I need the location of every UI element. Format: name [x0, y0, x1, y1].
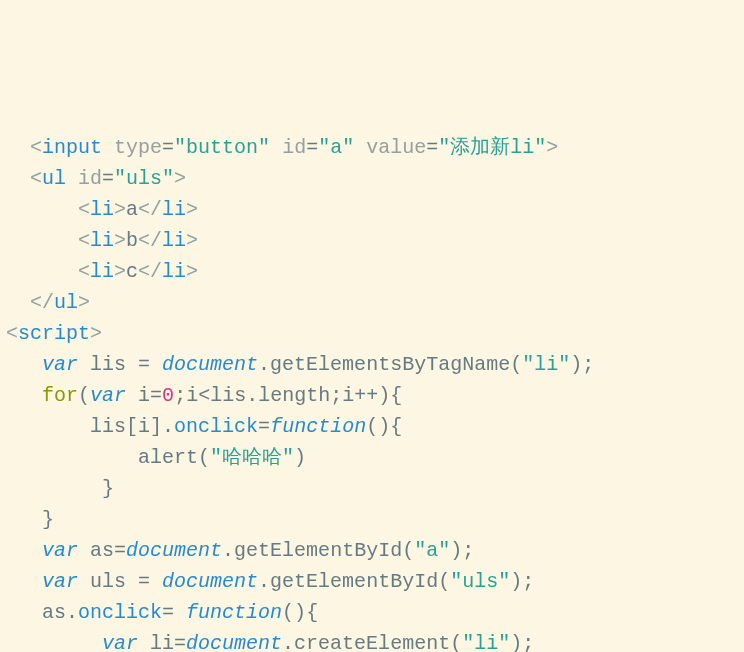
code-line-12: }	[6, 477, 114, 500]
li-text-b: b	[126, 229, 138, 252]
method-createelement: createElement	[294, 632, 450, 652]
keyword-var: var	[42, 353, 78, 376]
attr-id-value: "uls"	[114, 167, 174, 190]
ident-i: i	[138, 415, 150, 438]
keyword-var: var	[42, 570, 78, 593]
code-line-5: <li>c</li>	[6, 260, 198, 283]
li-text-c: c	[126, 260, 138, 283]
code-line-13: }	[6, 508, 54, 531]
method-getelementbyid: getElementById	[270, 570, 438, 593]
tag-li: li	[90, 198, 114, 221]
code-line-9: for(var i=0;i<lis.length;i++){	[6, 384, 402, 407]
number-zero: 0	[162, 384, 174, 407]
tag-ul-close: ul	[54, 291, 78, 314]
bracket: <	[30, 136, 42, 159]
ident-lis: lis	[90, 415, 126, 438]
prop-onclick: onclick	[78, 601, 162, 624]
string-li: "li"	[462, 632, 510, 652]
keyword-function: function	[270, 415, 366, 438]
keyword-for: for	[42, 384, 78, 407]
code-line-4: <li>b</li>	[6, 229, 198, 252]
for-condition: i<lis.length	[186, 384, 330, 407]
code-line-7: <script>	[6, 322, 102, 345]
string-hahaha: "哈哈哈"	[210, 446, 294, 469]
attr-id: id	[78, 167, 102, 190]
code-line-2: <ul id="uls">	[6, 167, 186, 190]
prop-onclick: onclick	[174, 415, 258, 438]
method-getelementbyid: getElementById	[234, 539, 402, 562]
code-block: <input type="button" id="a" value="添加新li…	[6, 132, 738, 652]
attr-type: type	[114, 136, 162, 159]
keyword-function: function	[186, 601, 282, 624]
ident-li: li	[150, 632, 174, 652]
ident-i: i	[138, 384, 150, 407]
attr-id: id	[282, 136, 306, 159]
document-object: document	[162, 570, 258, 593]
tag-script: script	[18, 322, 90, 345]
tag-ul: ul	[42, 167, 66, 190]
ident-lis: lis	[90, 353, 126, 376]
document-object: document	[186, 632, 282, 652]
code-line-10: lis[i].onclick=function(){	[6, 415, 402, 438]
code-line-6: </ul>	[6, 291, 90, 314]
attr-value: value	[366, 136, 426, 159]
code-line-3: <li>a</li>	[6, 198, 198, 221]
keyword-var: var	[42, 539, 78, 562]
attr-type-value: "button"	[174, 136, 270, 159]
li-text-a: a	[126, 198, 138, 221]
code-line-17: var li=document.createElement("li");	[6, 632, 534, 652]
for-increment: i++	[342, 384, 378, 407]
tag-li: li	[90, 229, 114, 252]
code-line-15: var uls = document.getElementById("uls")…	[6, 570, 534, 593]
bracket: >	[546, 136, 558, 159]
document-object: document	[162, 353, 258, 376]
code-line-14: var as=document.getElementById("a");	[6, 539, 474, 562]
code-line-8: var lis = document.getElementsByTagName(…	[6, 353, 594, 376]
ident-uls: uls	[90, 570, 126, 593]
code-line-11: alert("哈哈哈")	[6, 446, 306, 469]
brace-close: }	[102, 477, 114, 500]
string-a: "a"	[414, 539, 450, 562]
method-alert: alert	[138, 446, 198, 469]
string-li: "li"	[522, 353, 570, 376]
code-line-16: as.onclick= function(){	[6, 601, 318, 624]
attr-value-value: "添加新li"	[438, 136, 546, 159]
tag-input: input	[42, 136, 102, 159]
tag-li: li	[90, 260, 114, 283]
keyword-var: var	[90, 384, 126, 407]
ident-as: as	[90, 539, 114, 562]
ident-as: as	[42, 601, 66, 624]
attr-id-value: "a"	[318, 136, 354, 159]
code-line-1: <input type="button" id="a" value="添加新li…	[6, 136, 558, 159]
keyword-var: var	[102, 632, 138, 652]
document-object: document	[126, 539, 222, 562]
brace-close: }	[42, 508, 54, 531]
method-getelementsbytagname: getElementsByTagName	[270, 353, 510, 376]
string-uls: "uls"	[450, 570, 510, 593]
